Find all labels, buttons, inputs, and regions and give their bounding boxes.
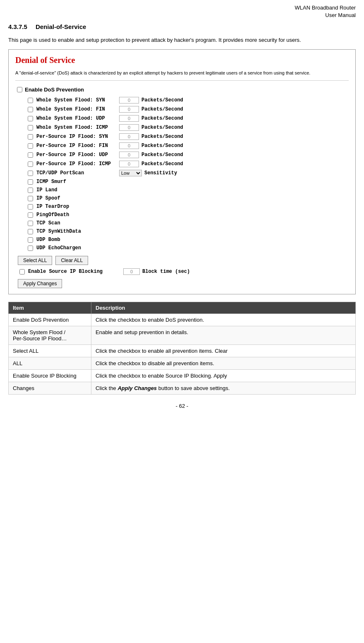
flood-checkbox-5[interactable] (28, 143, 33, 149)
table-row: Whole System Flood /Per-Source IP Flood…… (9, 326, 356, 345)
flood-unit-3: Packets/Second (141, 125, 183, 130)
flood-checkbox-4[interactable] (28, 134, 33, 140)
select-clear-row: Select ALL Clear ALL (18, 256, 349, 265)
flood-row: Whole System Flood: UDP Packets/Second (28, 115, 349, 122)
simple-item-row: IP TearDrop (28, 204, 349, 210)
simple-item-row: TCP SynWithData (28, 229, 349, 234)
simple-item-row: PingOfDeath (28, 212, 349, 218)
page-header: WLAN Broadband Router User Manual (8, 4, 356, 19)
table-row: Changes Click the Apply Changes button t… (9, 382, 356, 395)
flood-label-1: Whole System Flood: FIN (36, 106, 119, 112)
flood-input-5[interactable] (119, 142, 139, 149)
table-header-item: Item (9, 302, 91, 314)
portscan-row: TCP/UDP PortScan Low Medium High Sensiti… (28, 170, 349, 176)
flood-checkbox-7[interactable] (28, 161, 33, 167)
flood-row: Per-Source IP Flood: FIN Packets/Second (28, 142, 349, 149)
icmp-smurf-label: ICMP Smurf (36, 179, 66, 185)
block-time-input[interactable] (123, 268, 140, 275)
ip-blocking-row: Enable Source IP Blocking Block time (se… (19, 268, 349, 275)
flood-input-6[interactable] (119, 152, 139, 158)
table-cell-desc: Enable and setup prevention in details. (91, 326, 356, 345)
simple-item-row: ICMP Smurf (28, 179, 349, 185)
flood-input-1[interactable] (119, 106, 139, 113)
header-line1: WLAN Broadband Router (295, 5, 356, 11)
ip-spoof-checkbox[interactable] (28, 196, 33, 201)
flood-unit-6: Packets/Second (141, 152, 183, 158)
flood-input-3[interactable] (119, 124, 139, 131)
tcp-synwithdata-label: TCP SynWithData (36, 229, 81, 234)
flood-label-2: Whole System Flood: UDP (36, 116, 119, 121)
header-line2: User Manual (325, 12, 356, 18)
table-cell-item: ALL (9, 357, 91, 370)
udp-bomb-label: UDP Bomb (36, 237, 60, 243)
select-all-button[interactable]: Select ALL (18, 256, 52, 265)
flood-unit-1: Packets/Second (141, 106, 183, 112)
flood-input-2[interactable] (119, 115, 139, 122)
ip-teardrop-label: IP TearDrop (36, 204, 69, 210)
info-table: Item Description Enable DoS Prevention C… (8, 302, 356, 395)
ip-spoof-label: IP Spoof (36, 195, 60, 201)
flood-label-0: Whole System Flood: SYN (36, 97, 119, 103)
ip-blocking-checkbox[interactable] (19, 269, 25, 275)
enable-dos-row: Enable DoS Prevention (17, 87, 349, 93)
sensitivity-select[interactable]: Low Medium High (119, 170, 142, 176)
tcp-scan-checkbox[interactable] (28, 221, 33, 226)
ip-land-checkbox[interactable] (28, 188, 33, 193)
flood-checkbox-1[interactable] (28, 107, 33, 112)
pingofdeath-checkbox[interactable] (28, 212, 33, 218)
flood-row: Whole System Flood: ICMP Packets/Second (28, 124, 349, 131)
flood-items-container: Whole System Flood: SYN Packets/Second W… (28, 97, 349, 176)
footer-text: - 62 - (176, 403, 188, 409)
table-header-description: Description (91, 302, 356, 314)
flood-label-5: Per-Source IP Flood: FIN (36, 143, 119, 149)
apply-changes-button[interactable]: Apply Changes (18, 279, 62, 288)
simple-items-container: ICMP Smurf IP Land IP Spoof IP TearDrop … (15, 179, 349, 251)
flood-label-7: Per-Source IP Flood: ICMP (36, 161, 119, 167)
flood-checkbox-3[interactable] (28, 125, 33, 130)
flood-label-3: Whole System Flood: ICMP (36, 125, 119, 130)
enable-dos-checkbox[interactable] (17, 87, 22, 92)
flood-unit-5: Packets/Second (141, 143, 183, 149)
intro-text: This page is used to enable and setup pr… (8, 36, 356, 44)
udp-ecochargen-label: UDP EchoChargen (36, 245, 81, 251)
portscan-checkbox[interactable] (28, 171, 33, 176)
flood-checkbox-6[interactable] (28, 152, 33, 158)
flood-row: Per-Source IP Flood: ICMP Packets/Second (28, 161, 349, 167)
table-row: Enable Source IP Blocking Click the chec… (9, 370, 356, 382)
table-cell-desc: Click the checkbox to enable Source IP B… (91, 370, 356, 382)
table-cell-desc: Click the checkbox to enable DoS prevent… (91, 314, 356, 326)
dos-panel-title: Denial of Service (15, 55, 349, 65)
simple-item-row: UDP Bomb (28, 237, 349, 243)
tcp-synwithdata-checkbox[interactable] (28, 229, 33, 234)
flood-checkbox-0[interactable] (28, 98, 33, 103)
flood-row: Whole System Flood: SYN Packets/Second (28, 97, 349, 104)
ip-blocking-label: Enable Source IP Blocking (28, 269, 103, 275)
table-cell-item: Enable DoS Prevention (9, 314, 91, 326)
ip-teardrop-checkbox[interactable] (28, 204, 33, 210)
icmp-smurf-checkbox[interactable] (28, 179, 33, 185)
table-row: Enable DoS Prevention Click the checkbox… (9, 314, 356, 326)
ip-land-label: IP Land (36, 187, 57, 193)
udp-ecochargen-checkbox[interactable] (28, 246, 33, 251)
flood-label-6: Per-Source IP Flood: UDP (36, 152, 119, 158)
page-footer: - 62 - (8, 403, 356, 409)
table-row: Select ALL Click the checkbox to enable … (9, 345, 356, 357)
flood-input-4[interactable] (119, 133, 139, 140)
table-cell-item: Whole System Flood /Per-Source IP Flood… (9, 326, 91, 345)
flood-row: Per-Source IP Flood: SYN Packets/Second (28, 133, 349, 140)
udp-bomb-checkbox[interactable] (28, 237, 33, 243)
table-cell-desc: Click the checkbox to disable all preven… (91, 357, 356, 370)
flood-label-4: Per-Source IP Flood: SYN (36, 134, 119, 140)
flood-input-0[interactable] (119, 97, 139, 104)
flood-checkbox-2[interactable] (28, 116, 33, 121)
table-cell-item: Enable Source IP Blocking (9, 370, 91, 382)
apply-changes-text: Apply Changes (117, 385, 157, 391)
dos-panel: Denial of Service A "denial-of-service" … (8, 49, 356, 294)
simple-item-row: UDP EchoChargen (28, 245, 349, 251)
sensitivity-unit: Sensitivity (144, 170, 177, 176)
flood-unit-2: Packets/Second (141, 116, 183, 121)
flood-input-7[interactable] (119, 161, 139, 167)
clear-all-button[interactable]: Clear ALL (55, 256, 88, 265)
flood-unit-4: Packets/Second (141, 134, 183, 140)
pingofdeath-label: PingOfDeath (36, 212, 69, 218)
